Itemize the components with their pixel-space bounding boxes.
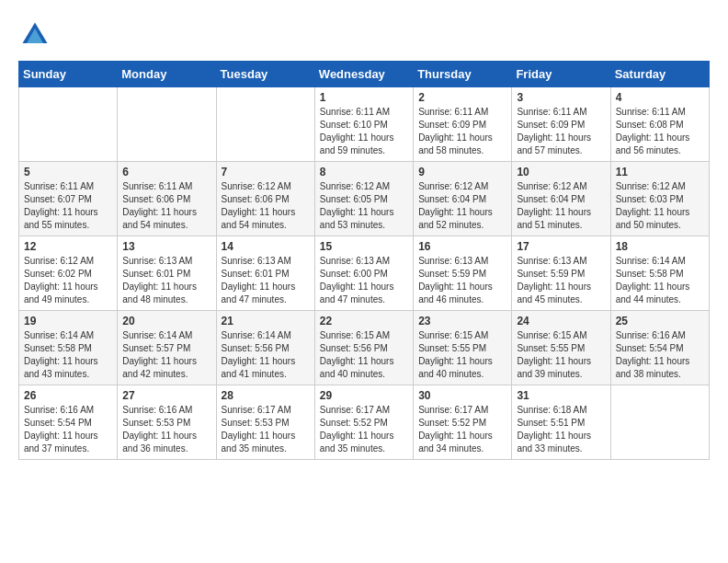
day-info: Sunrise: 6:13 AMSunset: 6:00 PMDaylight:… [320,255,408,306]
calendar-day-cell: 6Sunrise: 6:11 AMSunset: 6:06 PMDaylight… [118,162,216,236]
day-info: Sunrise: 6:12 AMSunset: 6:02 PMDaylight:… [24,255,112,306]
calendar-week-row: 19Sunrise: 6:14 AMSunset: 5:58 PMDayligh… [19,311,710,385]
calendar-week-row: 26Sunrise: 6:16 AMSunset: 5:54 PMDayligh… [19,385,710,460]
day-info: Sunrise: 6:17 AMSunset: 5:52 PMDaylight:… [320,404,408,455]
day-number: 24 [517,315,605,327]
calendar-day-cell: 10Sunrise: 6:12 AMSunset: 6:04 PMDayligh… [512,162,610,236]
calendar-day-cell: 22Sunrise: 6:15 AMSunset: 5:56 PMDayligh… [314,311,413,385]
weekday-header: Friday [512,62,610,87]
day-number: 15 [320,240,408,253]
calendar-day-cell [19,87,118,162]
calendar-day-cell: 5Sunrise: 6:11 AMSunset: 6:07 PMDaylight… [19,162,118,236]
day-info: Sunrise: 6:11 AMSunset: 6:08 PMDaylight:… [616,106,704,157]
day-number: 11 [616,166,704,178]
day-info: Sunrise: 6:17 AMSunset: 5:53 PMDaylight:… [222,404,310,455]
day-info: Sunrise: 6:12 AMSunset: 6:03 PMDaylight:… [616,180,704,232]
day-number: 10 [517,166,605,178]
calendar-day-cell: 13Sunrise: 6:13 AMSunset: 6:01 PMDayligh… [118,236,216,311]
day-number: 9 [418,166,506,178]
day-number: 4 [616,91,704,104]
weekday-header: Thursday [414,62,512,87]
page-header [18,18,710,52]
calendar-day-cell: 12Sunrise: 6:12 AMSunset: 6:02 PMDayligh… [19,236,118,311]
calendar-day-cell: 11Sunrise: 6:12 AMSunset: 6:03 PMDayligh… [610,162,709,236]
calendar-day-cell: 9Sunrise: 6:12 AMSunset: 6:04 PMDaylight… [414,162,512,236]
day-info: Sunrise: 6:16 AMSunset: 5:54 PMDaylight:… [616,329,704,381]
day-number: 28 [222,389,310,402]
day-number: 16 [418,240,506,253]
calendar-day-cell: 26Sunrise: 6:16 AMSunset: 5:54 PMDayligh… [19,385,118,460]
day-info: Sunrise: 6:14 AMSunset: 5:57 PMDaylight:… [122,329,210,381]
calendar-day-cell: 29Sunrise: 6:17 AMSunset: 5:52 PMDayligh… [314,385,413,460]
calendar-day-cell: 2Sunrise: 6:11 AMSunset: 6:09 PMDaylight… [414,87,512,162]
logo [18,18,55,52]
day-info: Sunrise: 6:12 AMSunset: 6:06 PMDaylight:… [222,180,310,232]
day-number: 13 [122,240,210,253]
calendar-day-cell: 14Sunrise: 6:13 AMSunset: 6:01 PMDayligh… [216,236,314,311]
calendar-day-cell [118,87,216,162]
calendar-week-row: 5Sunrise: 6:11 AMSunset: 6:07 PMDaylight… [19,162,710,236]
day-number: 30 [418,389,506,402]
calendar-day-cell: 25Sunrise: 6:16 AMSunset: 5:54 PMDayligh… [610,311,709,385]
calendar-day-cell: 7Sunrise: 6:12 AMSunset: 6:06 PMDaylight… [216,162,314,236]
day-number: 8 [320,166,408,178]
calendar-day-cell: 27Sunrise: 6:16 AMSunset: 5:53 PMDayligh… [118,385,216,460]
calendar-day-cell: 1Sunrise: 6:11 AMSunset: 6:10 PMDaylight… [314,87,413,162]
calendar-day-cell [610,385,709,460]
weekday-header: Sunday [19,62,118,87]
calendar-day-cell: 23Sunrise: 6:15 AMSunset: 5:55 PMDayligh… [414,311,512,385]
calendar-day-cell: 18Sunrise: 6:14 AMSunset: 5:58 PMDayligh… [610,236,709,311]
day-info: Sunrise: 6:15 AMSunset: 5:55 PMDaylight:… [517,329,605,381]
day-info: Sunrise: 6:13 AMSunset: 5:59 PMDaylight:… [418,255,506,306]
calendar-day-cell: 30Sunrise: 6:17 AMSunset: 5:52 PMDayligh… [414,385,512,460]
day-info: Sunrise: 6:12 AMSunset: 6:04 PMDaylight:… [418,180,506,232]
calendar-day-cell: 8Sunrise: 6:12 AMSunset: 6:05 PMDaylight… [314,162,413,236]
day-info: Sunrise: 6:12 AMSunset: 6:04 PMDaylight:… [517,180,605,232]
day-info: Sunrise: 6:16 AMSunset: 5:54 PMDaylight:… [24,404,112,455]
calendar-day-cell: 31Sunrise: 6:18 AMSunset: 5:51 PMDayligh… [512,385,610,460]
day-number: 17 [517,240,605,253]
logo-icon [18,18,51,52]
day-number: 25 [616,315,704,327]
calendar-table: SundayMondayTuesdayWednesdayThursdayFrid… [18,61,710,460]
calendar-day-cell: 24Sunrise: 6:15 AMSunset: 5:55 PMDayligh… [512,311,610,385]
calendar-day-cell: 19Sunrise: 6:14 AMSunset: 5:58 PMDayligh… [19,311,118,385]
day-info: Sunrise: 6:12 AMSunset: 6:05 PMDaylight:… [320,180,408,232]
day-number: 5 [24,166,112,178]
day-number: 1 [320,91,408,104]
calendar-day-cell: 20Sunrise: 6:14 AMSunset: 5:57 PMDayligh… [118,311,216,385]
weekday-header: Saturday [610,62,709,87]
day-info: Sunrise: 6:11 AMSunset: 6:09 PMDaylight:… [418,106,506,157]
day-info: Sunrise: 6:17 AMSunset: 5:52 PMDaylight:… [418,404,506,455]
calendar-day-cell [216,87,314,162]
weekday-header: Tuesday [216,62,314,87]
day-info: Sunrise: 6:11 AMSunset: 6:06 PMDaylight:… [122,180,210,232]
calendar-day-cell: 17Sunrise: 6:13 AMSunset: 5:59 PMDayligh… [512,236,610,311]
calendar-day-cell: 28Sunrise: 6:17 AMSunset: 5:53 PMDayligh… [216,385,314,460]
day-number: 26 [24,389,112,402]
day-info: Sunrise: 6:14 AMSunset: 5:58 PMDaylight:… [24,329,112,381]
day-number: 31 [517,389,605,402]
calendar-header-row: SundayMondayTuesdayWednesdayThursdayFrid… [19,62,710,87]
day-info: Sunrise: 6:15 AMSunset: 5:56 PMDaylight:… [320,329,408,381]
calendar-week-row: 1Sunrise: 6:11 AMSunset: 6:10 PMDaylight… [19,87,710,162]
day-number: 7 [222,166,310,178]
day-number: 19 [24,315,112,327]
day-number: 18 [616,240,704,253]
day-info: Sunrise: 6:11 AMSunset: 6:07 PMDaylight:… [24,180,112,232]
day-number: 22 [320,315,408,327]
calendar-day-cell: 4Sunrise: 6:11 AMSunset: 6:08 PMDaylight… [610,87,709,162]
day-number: 14 [222,240,310,253]
calendar-day-cell: 21Sunrise: 6:14 AMSunset: 5:56 PMDayligh… [216,311,314,385]
day-info: Sunrise: 6:13 AMSunset: 6:01 PMDaylight:… [122,255,210,306]
day-number: 3 [517,91,605,104]
day-info: Sunrise: 6:13 AMSunset: 5:59 PMDaylight:… [517,255,605,306]
day-info: Sunrise: 6:15 AMSunset: 5:55 PMDaylight:… [418,329,506,381]
day-number: 23 [418,315,506,327]
day-info: Sunrise: 6:14 AMSunset: 5:58 PMDaylight:… [616,255,704,306]
calendar-day-cell: 15Sunrise: 6:13 AMSunset: 6:00 PMDayligh… [314,236,413,311]
day-number: 12 [24,240,112,253]
day-number: 21 [222,315,310,327]
day-number: 20 [122,315,210,327]
day-info: Sunrise: 6:18 AMSunset: 5:51 PMDaylight:… [517,404,605,455]
